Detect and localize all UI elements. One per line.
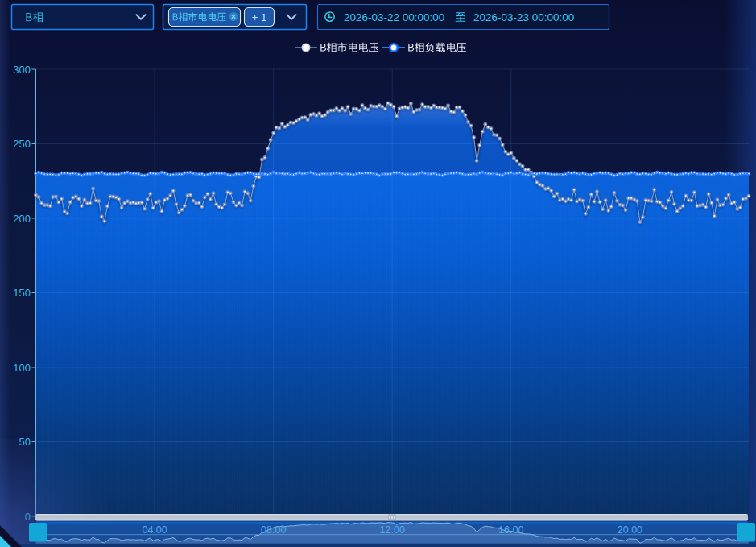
svg-text:250: 250	[13, 138, 31, 150]
svg-text:04:00: 04:00	[142, 524, 167, 536]
svg-text:08:00: 08:00	[261, 524, 286, 536]
svg-text:100: 100	[13, 362, 31, 374]
svg-text:2026-03-23 00:00:00: 2026-03-23 00:00:00	[473, 11, 574, 23]
svg-text:16:00: 16:00	[498, 524, 523, 536]
svg-text:+ 1: + 1	[252, 11, 266, 23]
svg-text:300: 300	[13, 64, 31, 76]
svg-text:2026-03-22 00:00:00: 2026-03-22 00:00:00	[344, 11, 444, 23]
svg-text:12:00: 12:00	[380, 524, 405, 536]
svg-text:150: 150	[13, 287, 31, 299]
svg-text:20:00: 20:00	[618, 524, 642, 536]
svg-text:200: 200	[13, 213, 31, 225]
